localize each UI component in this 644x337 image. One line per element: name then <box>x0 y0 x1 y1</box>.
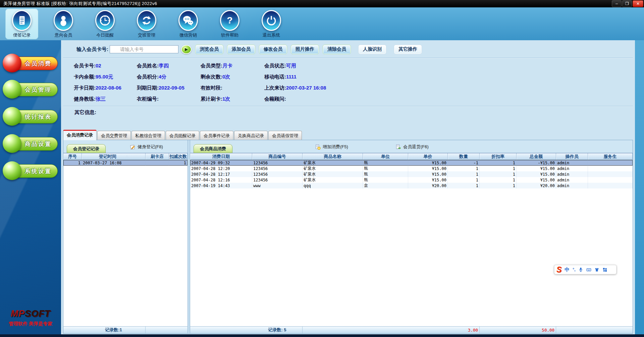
sidebar-item-statistics-reports[interactable]: 统计报表 <box>3 107 58 126</box>
table-row[interactable]: 2007-04-19 14:43wwwqqq盒¥20.0011¥20.00adm… <box>190 183 633 188</box>
add-document-icon <box>315 144 321 150</box>
microphone-icon[interactable] <box>578 267 583 272</box>
sidebar-item-goods-settings[interactable]: 商品设置 <box>3 134 58 154</box>
browse-member-button[interactable]: 浏览会员 <box>195 45 223 54</box>
edit-member-button[interactable]: 修改会员 <box>259 45 287 54</box>
table-cell: 1 <box>63 160 82 166</box>
column-header[interactable]: 消费日期 <box>190 153 252 160</box>
column-header[interactable]: 商品编号 <box>252 153 303 160</box>
table-cell: admin <box>556 171 588 177</box>
clock-icon <box>95 10 115 31</box>
checkin-table-header: 序号登记时间刷卡店扣减次数 <box>63 153 187 160</box>
table-row[interactable]: 2007-04-29 09:32123456矿泉水瓶¥15.00-11-¥15.… <box>190 160 633 166</box>
tab-event-records[interactable]: 会员事件记录 <box>200 131 233 140</box>
tab-exchange-records[interactable]: 兑换商品记录 <box>234 131 268 140</box>
table-cell: 1 <box>169 160 187 166</box>
info-field-consultant: 会籍顾问: <box>264 96 409 102</box>
window-bottom-edge <box>0 334 644 337</box>
toolbar-item-help[interactable]: ? 软件帮助 <box>213 9 246 39</box>
clear-member-button[interactable]: 清除会员 <box>323 45 351 54</box>
table-cell: admin <box>556 183 588 188</box>
table-row[interactable]: 2007-04-28 12:16123456矿泉水瓶¥15.0011¥15.00… <box>190 177 633 183</box>
table-cell <box>588 183 633 188</box>
toolbar-item-notes[interactable]: 便签记录 <box>5 9 38 39</box>
table-cell: ¥20.00 <box>408 183 448 188</box>
table-row[interactable]: 12007-03-27 16:081 <box>63 160 187 166</box>
column-header[interactable]: 服务生 <box>588 153 633 160</box>
column-header[interactable]: 折扣率 <box>480 153 517 160</box>
checkin-tab[interactable]: 会员登记记录 <box>67 144 106 153</box>
table-cell: 123456 <box>252 171 303 177</box>
tab-payment-management[interactable]: 会员交费管理 <box>97 131 131 140</box>
separator <box>63 106 633 106</box>
virtual-keyboard-icon[interactable] <box>586 267 591 272</box>
add-consume-button[interactable]: 增加消费(F5) <box>315 144 348 150</box>
column-header[interactable]: 操作员 <box>556 153 588 160</box>
column-header[interactable]: 刷卡店 <box>146 153 169 160</box>
svg-text:?: ? <box>227 15 232 25</box>
toolbar-item-wechat-marketing[interactable]: 微信营销 <box>172 9 205 39</box>
person-icon <box>54 10 73 31</box>
table-cell: 1 <box>448 177 480 183</box>
toolbar-item-shift-management[interactable]: 交班管理 <box>130 9 163 39</box>
info-field-total-swipes: 累计刷卡:1次 <box>201 96 264 102</box>
ime-language-mode[interactable]: 中 <box>565 267 570 273</box>
toolbar-item-today-reminders[interactable]: 今日提醒 <box>89 9 121 39</box>
punctuation-toggle-icon[interactable]: °, <box>573 267 575 272</box>
info-field-expire-date: 到期日期:2022-09-05 <box>137 85 201 91</box>
sogou-logo-icon[interactable]: S <box>556 266 561 274</box>
column-header[interactable]: 总金额 <box>517 153 556 160</box>
brand-block: MPSOFT 管理软件 美萍是专家 <box>0 308 61 327</box>
card-number-input[interactable] <box>110 45 178 53</box>
table-cell: 2007-03-27 16:08 <box>82 160 146 166</box>
table-cell: 2007-04-19 14:43 <box>190 183 252 188</box>
toolbar-item-prospect-members[interactable]: 意向会员 <box>47 9 80 39</box>
column-header[interactable]: 单位 <box>363 153 408 160</box>
table-cell: 瓶 <box>363 171 408 177</box>
maximize-button[interactable]: ❐ <box>622 0 632 7</box>
face-recognition-button[interactable]: 人脸识别 <box>358 45 386 54</box>
table-cell <box>588 177 633 183</box>
other-actions-button[interactable]: 其它操作 <box>394 45 422 54</box>
tab-leave-management[interactable]: 会员请假管理 <box>268 131 302 140</box>
add-member-button[interactable]: 添加会员 <box>227 45 255 54</box>
toolbar-item-label: 今日提醒 <box>96 32 114 38</box>
tab-reminder-records[interactable]: 会员提醒记录 <box>166 131 199 140</box>
table-cell <box>588 160 633 166</box>
table-cell: ¥15.00 <box>517 166 556 171</box>
tab-consume-records[interactable]: 会员消费记录 <box>63 130 97 140</box>
table-cell: qqq <box>303 183 363 188</box>
column-header[interactable]: 扣减次数 <box>169 153 187 160</box>
brand-slogan: 管理软件 美萍是专家 <box>0 321 61 327</box>
info-field-points: 会员积分:4分 <box>137 74 201 80</box>
column-header[interactable]: 序号 <box>63 153 82 160</box>
ime-menu-grid-icon[interactable] <box>602 267 607 272</box>
table-row[interactable]: 2007-04-28 12:20123456矿泉水瓶¥15.0011¥15.00… <box>190 166 633 171</box>
amount-total: 50.00 <box>517 327 556 333</box>
sidebar-item-member-management[interactable]: 会员管理 <box>3 80 58 99</box>
toolbar-item-exit[interactable]: 退出系统 <box>255 9 288 39</box>
column-header[interactable]: 数量 <box>448 153 480 160</box>
column-header[interactable]: 商品名称 <box>303 153 363 160</box>
sidebar-item-member-consume[interactable]: 会员消费 <box>3 54 58 73</box>
tab-private-coach[interactable]: 私教综合管理 <box>131 131 165 140</box>
column-header[interactable]: 单价 <box>408 153 448 160</box>
panel-divider[interactable] <box>187 140 190 333</box>
gym-checkin-button[interactable]: 健身登记(F8) <box>130 144 163 150</box>
skin-shirt-icon[interactable] <box>594 267 599 272</box>
toolbar-item-label: 退出系统 <box>263 32 280 38</box>
table-cell: 1 <box>480 171 517 177</box>
return-goods-button[interactable]: 会员退货(F6) <box>395 144 429 150</box>
close-button[interactable]: ✕ <box>633 0 643 7</box>
return-document-icon <box>395 144 401 150</box>
minimize-button[interactable]: – <box>612 0 622 7</box>
submit-card-button[interactable]: ▶ <box>181 45 192 54</box>
photo-actions-button[interactable]: 照片操作 <box>291 45 319 54</box>
consume-status-bar: 记录数: 5 3.00 50.00 <box>190 326 633 333</box>
info-field-open-date: 开卡日期:2022-08-06 <box>74 85 137 91</box>
sidebar-item-system-settings[interactable]: 系统设置 <box>3 161 58 181</box>
consume-record-count: 记录数: 5 <box>252 327 303 333</box>
column-header[interactable]: 登记时间 <box>82 153 146 160</box>
table-row[interactable]: 2007-04-28 12:17123456矿泉水瓶¥15.0011¥15.00… <box>190 171 633 177</box>
goods-consume-tab[interactable]: 会员商品消费 <box>194 144 232 153</box>
